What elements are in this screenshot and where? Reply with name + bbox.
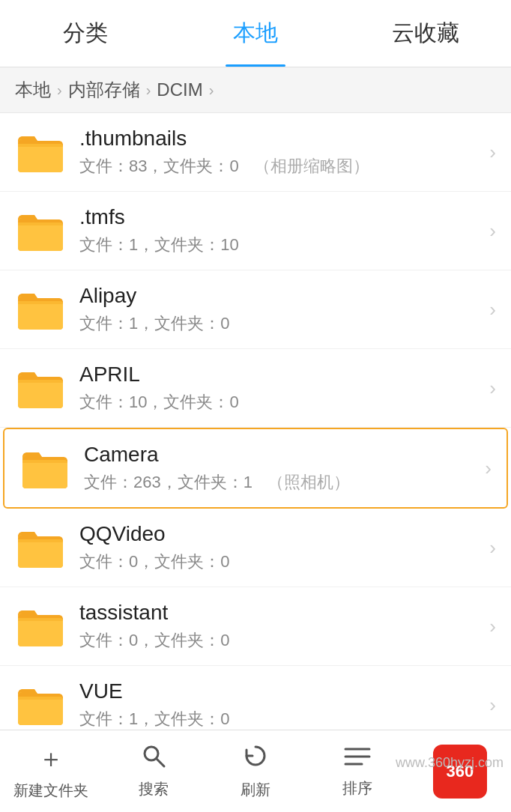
svg-line-9 (157, 759, 164, 766)
folder-name-alipay: Alipay (79, 284, 482, 308)
folder-info-tmfs: .tmfs文件：1，文件夹：10 (79, 205, 482, 256)
folder-item-tmfs[interactable]: .tmfs文件：1，文件夹：10› (0, 192, 511, 270)
chevron-right-icon-camera: › (485, 457, 492, 480)
folder-meta-camera: 文件：263，文件夹：1（照相机） (84, 471, 477, 494)
svg-rect-4 (22, 460, 67, 488)
folder-icon-tmfs (15, 209, 66, 252)
folder-info-thumbnails: .thumbnails文件：83，文件夹：0（相册缩略图） (79, 127, 482, 178)
folder-list: .thumbnails文件：83，文件夹：0（相册缩略图）› .tmfs文件：1… (0, 113, 511, 745)
badge-360-text: 360 (446, 762, 474, 781)
breadcrumb-local[interactable]: 本地 (15, 78, 51, 102)
search-icon (141, 743, 166, 775)
folder-note-camera: （照相机） (267, 473, 350, 491)
folder-name-tmfs: .tmfs (79, 205, 482, 229)
folder-item-thumbnails[interactable]: .thumbnails文件：83，文件夹：0（相册缩略图）› (0, 113, 511, 192)
folder-meta-thumbnails: 文件：83，文件夹：0（相册缩略图） (79, 155, 482, 178)
svg-rect-5 (18, 539, 63, 568)
folder-item-qqvideo[interactable]: QQVideo文件：0，文件夹：0› (0, 509, 511, 587)
folder-info-camera: Camera文件：263，文件夹：1（照相机） (84, 443, 477, 494)
nav-refresh[interactable]: 刷新 (205, 730, 306, 812)
chevron-right-icon-alipay: › (489, 298, 496, 321)
breadcrumb-sep-1: › (57, 82, 62, 99)
folder-name-camera: Camera (84, 443, 477, 467)
folder-info-alipay: Alipay文件：1，文件夹：0 (79, 284, 482, 335)
breadcrumb-sep-2: › (146, 82, 151, 99)
chevron-right-icon-thumbnails: › (489, 141, 496, 164)
svg-rect-6 (18, 618, 63, 646)
folder-name-thumbnails: .thumbnails (79, 127, 482, 151)
tab-yunshoucan[interactable]: 云收藏 (341, 0, 511, 67)
bottom-nav: ＋ 新建文件夹 搜索 刷新 排序 (0, 730, 511, 812)
folder-icon-thumbnails (15, 130, 66, 174)
nav-new-folder-label: 新建文件夹 (13, 781, 88, 801)
chevron-right-icon-qqvideo: › (489, 536, 496, 560)
chevron-right-icon-vue: › (489, 694, 496, 717)
folder-info-qqvideo: QQVideo文件：0，文件夹：0 (79, 522, 482, 573)
refresh-icon (242, 742, 269, 775)
breadcrumb-sep-3: › (209, 82, 214, 99)
folder-icon-qqvideo (15, 526, 66, 569)
folder-name-april: APRIL (79, 363, 482, 387)
tab-bendi-label: 本地 (233, 18, 278, 49)
nav-new-folder[interactable]: ＋ 新建文件夹 (0, 730, 102, 812)
folder-icon-vue (15, 683, 66, 727)
nav-sort-label: 排序 (342, 778, 372, 799)
chevron-right-icon-tmfs: › (489, 219, 496, 243)
folder-info-vue: VUE文件：1，文件夹：0 (79, 679, 482, 730)
folder-meta-alipay: 文件：1，文件夹：0 (79, 312, 482, 335)
breadcrumb-internal[interactable]: 内部存储 (68, 78, 140, 102)
folder-name-vue: VUE (79, 679, 482, 703)
folder-item-alipay[interactable]: Alipay文件：1，文件夹：0› (0, 270, 511, 349)
plus-icon: ＋ (38, 742, 64, 776)
tab-bendi[interactable]: 本地 (170, 0, 340, 67)
tab-fenlei[interactable]: 分类 (0, 0, 170, 67)
svg-rect-1 (18, 222, 63, 251)
folder-meta-april: 文件：10，文件夹：0 (79, 391, 482, 413)
folder-meta-qqvideo: 文件：0，文件夹：0 (79, 551, 482, 573)
folder-item-camera[interactable]: Camera文件：263，文件夹：1（照相机）› (3, 428, 508, 509)
breadcrumb: 本地 › 内部存储 › DCIM › (0, 67, 511, 113)
folder-name-qqvideo: QQVideo (79, 522, 482, 546)
folder-icon-april (15, 366, 66, 410)
folder-note-thumbnails: （相册缩略图） (254, 157, 369, 175)
folder-meta-tmfs: 文件：1，文件夹：10 (79, 234, 482, 256)
nav-search-label: 搜索 (139, 779, 169, 799)
folder-item-tassistant[interactable]: tassistant文件：0，文件夹：0› (0, 587, 511, 666)
chevron-right-icon-tassistant: › (489, 615, 496, 638)
folder-name-tassistant: tassistant (79, 601, 482, 625)
tab-bar: 分类 本地 云收藏 (0, 0, 511, 67)
tab-fenlei-label: 分类 (63, 18, 108, 49)
folder-info-tassistant: tassistant文件：0，文件夹：0 (79, 601, 482, 652)
svg-rect-3 (18, 380, 63, 408)
breadcrumb-dcim[interactable]: DCIM (157, 79, 202, 100)
svg-rect-0 (18, 144, 63, 172)
folder-info-april: APRIL文件：10，文件夹：0 (79, 363, 482, 413)
folder-meta-tassistant: 文件：0，文件夹：0 (79, 629, 482, 652)
nav-sort[interactable]: 排序 (306, 730, 408, 812)
folder-meta-vue: 文件：1，文件夹：0 (79, 708, 482, 730)
badge-360-icon: 360 (433, 745, 487, 799)
folder-icon-tassistant (15, 605, 66, 648)
chevron-right-icon-april: › (489, 377, 496, 400)
svg-rect-7 (18, 697, 63, 725)
folder-icon-alipay (15, 288, 66, 331)
nav-search[interactable]: 搜索 (102, 730, 204, 812)
svg-rect-2 (18, 301, 63, 330)
folder-icon-camera (19, 446, 70, 490)
folder-item-april[interactable]: APRIL文件：10，文件夹：0› (0, 349, 511, 428)
tab-yunshoucan-label: 云收藏 (392, 18, 459, 49)
sort-icon (344, 745, 371, 774)
nav-360-badge[interactable]: 360 (409, 730, 511, 812)
nav-refresh-label: 刷新 (241, 780, 270, 800)
